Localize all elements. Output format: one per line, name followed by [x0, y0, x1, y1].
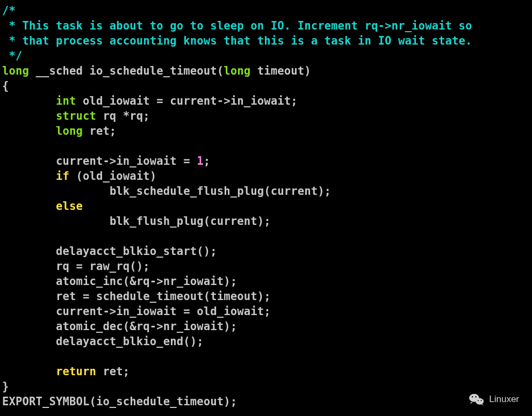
- kw-return: return: [56, 365, 96, 378]
- svg-point-5: [481, 400, 482, 401]
- if-cond: (old_iowait): [69, 170, 156, 183]
- indent: [2, 290, 56, 303]
- indent: [2, 215, 110, 228]
- blk-flush: blk_flush_plug(current);: [110, 215, 271, 228]
- svg-marker-6: [470, 402, 473, 404]
- comment-line: * This task is about to go to sleep on I…: [2, 19, 472, 32]
- brace-open: {: [2, 79, 9, 92]
- watermark-text: Linuxer: [489, 392, 519, 407]
- kw-struct: struct: [56, 110, 96, 122]
- indent: [2, 320, 56, 333]
- export-symbol: EXPORT_SYMBOL(io_schedule_timeout);: [2, 395, 237, 408]
- comment-line: */: [2, 49, 22, 62]
- restore-iowait: current->in_iowait = old_iowait;: [56, 305, 271, 318]
- svg-point-2: [476, 396, 477, 397]
- svg-point-3: [476, 398, 484, 405]
- kw-if: if: [56, 170, 69, 183]
- blk-sched-flush: blk_schedule_flush_plug(current);: [110, 185, 331, 198]
- indent: [2, 155, 56, 167]
- comment-line: /*: [2, 4, 16, 17]
- indent: [2, 260, 56, 273]
- num-one: 1: [197, 155, 204, 167]
- semicolon: ;: [204, 155, 211, 167]
- indent: [2, 245, 56, 258]
- rq-raw: rq = raw_rq();: [56, 260, 150, 273]
- kw-else: else: [56, 200, 83, 213]
- decl-rq: rq *rq;: [96, 110, 150, 122]
- return-ret: ret;: [96, 365, 130, 378]
- indent: [2, 200, 56, 213]
- fn-sig-post: timeout): [250, 64, 311, 77]
- atomic-inc: atomic_inc(&rq->nr_iowait);: [56, 275, 237, 288]
- kw-long: long: [2, 64, 29, 77]
- watermark: Linuxer: [469, 391, 519, 407]
- svg-point-1: [472, 396, 473, 397]
- indent: [2, 275, 56, 288]
- kw-long: long: [56, 125, 83, 137]
- indent: [2, 125, 56, 137]
- brace-close: }: [2, 380, 9, 393]
- code-block: /* * This task is about to go to sleep o…: [0, 0, 532, 409]
- kw-long: long: [224, 64, 250, 77]
- decl-old-iowait: old_iowait = current->in_iowait;: [76, 94, 297, 107]
- indent: [2, 185, 110, 198]
- atomic-dec: atomic_dec(&rq->nr_iowait);: [56, 320, 237, 333]
- decl-ret: ret;: [83, 125, 116, 137]
- comment-line: * that process accounting knows that thi…: [2, 34, 472, 47]
- delay-end: delayacct_blkio_end();: [56, 335, 204, 348]
- kw-int: int: [56, 94, 76, 107]
- sched-timeout: ret = schedule_timeout(timeout);: [56, 290, 271, 303]
- indent: [2, 305, 56, 318]
- fn-sig-pre: __sched io_schedule_timeout(: [29, 64, 224, 77]
- wechat-icon: [469, 391, 485, 407]
- svg-point-4: [478, 400, 479, 401]
- indent: [2, 365, 56, 378]
- indent: [2, 335, 56, 348]
- set-in-iowait-pre: current->in_iowait =: [56, 155, 197, 167]
- indent: [2, 110, 56, 122]
- indent: [2, 94, 56, 107]
- delay-start: delayacct_blkio_start();: [56, 245, 217, 258]
- indent: [2, 170, 56, 183]
